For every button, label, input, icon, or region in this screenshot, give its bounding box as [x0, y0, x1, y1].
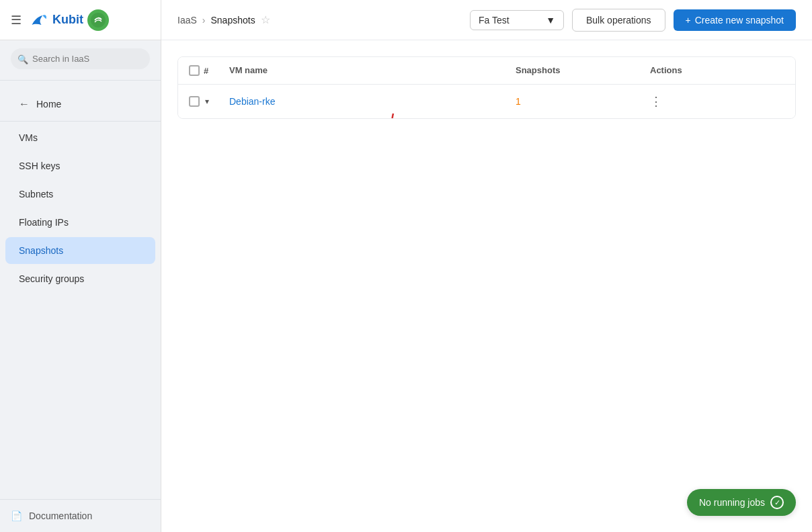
search-input[interactable] — [11, 48, 150, 69]
sidebar-item-vms[interactable]: VMs — [5, 124, 155, 151]
actions-cell: ⋮ — [650, 94, 784, 109]
row-checkbox[interactable] — [189, 96, 200, 107]
sidebar-item-ssh-keys[interactable]: SSH keys — [5, 152, 155, 179]
breadcrumb-current: Snapshots — [210, 15, 255, 26]
header-checkbox-cell: # — [189, 65, 229, 76]
subnets-label: Subnets — [19, 189, 53, 200]
home-label: Home — [36, 99, 61, 109]
sidebar-item-security-groups[interactable]: Security groups — [5, 265, 155, 292]
tenant-name: Fa Test — [479, 15, 510, 26]
snapshots-column-header: Snapshots — [516, 65, 650, 76]
vm-name-link[interactable]: Debian-rke — [229, 96, 275, 107]
search-icon: 🔍 — [17, 54, 28, 64]
favorite-star-icon[interactable]: ☆ — [261, 13, 270, 26]
breadcrumb: IaaS › Snapshots ☆ — [177, 13, 270, 26]
sidebar-bottom: 📄 Documentation — [0, 499, 161, 532]
documentation-link[interactable]: 📄 Documentation — [11, 511, 150, 521]
sidebar-item-snapshots[interactable]: Snapshots — [5, 237, 155, 264]
sidebar-nav: ← Home VMs SSH keys Subnets Floating IPs… — [0, 83, 161, 499]
hamburger-icon[interactable]: ☰ — [11, 13, 22, 28]
content-area: # VM name Snapshots Actions — [161, 40, 812, 532]
vm-name-cell: Debian-rke — [229, 96, 516, 107]
main-area: IaaS › Snapshots ☆ Fa Test ▼ Bulk operat… — [161, 0, 812, 532]
search-area: 🔍 — [0, 40, 161, 77]
ssh-keys-label: SSH keys — [19, 161, 60, 171]
table-body: ▾ Debian-rke 1 ⋮ — [178, 85, 795, 118]
create-snapshot-button[interactable]: + Create new snapshot — [674, 9, 797, 31]
snapshot-count-cell: 1 — [516, 96, 650, 107]
sidebar-item-home[interactable]: ← Home — [5, 90, 155, 118]
actions-column-header: Actions — [650, 65, 784, 76]
home-icon: ← — [19, 98, 30, 110]
row-actions-button[interactable]: ⋮ — [650, 94, 663, 109]
table-row: ▾ Debian-rke 1 ⋮ — [178, 85, 795, 118]
kubit-logo-icon — [30, 11, 48, 30]
row-expand-button[interactable]: ▾ — [204, 95, 210, 107]
topbar: IaaS › Snapshots ☆ Fa Test ▼ Bulk operat… — [161, 0, 812, 40]
sidebar-item-floating-ips[interactable]: Floating IPs — [5, 209, 155, 236]
no-running-jobs-badge[interactable]: No running jobs ✓ — [687, 489, 796, 516]
sidebar: ☰ Kubit 🔍 ← Home — [0, 0, 161, 532]
tenant-dropdown-icon: ▼ — [546, 15, 555, 26]
sidebar-item-subnets[interactable]: Subnets — [5, 181, 155, 208]
breadcrumb-separator: › — [202, 15, 206, 26]
doc-label: Documentation — [29, 511, 92, 521]
hash-column-header: # — [204, 66, 208, 76]
plus-icon: + — [686, 15, 691, 26]
select-all-checkbox[interactable] — [189, 65, 200, 76]
vm-name-column-header: VM name — [229, 65, 516, 76]
sidebar-divider-top — [0, 80, 161, 81]
create-snapshot-label: Create new snapshot — [695, 15, 784, 26]
doc-icon: 📄 — [11, 511, 22, 521]
table-header-row: # VM name Snapshots Actions — [178, 57, 795, 85]
floating-ips-label: Floating IPs — [19, 217, 69, 228]
vms-label: VMs — [19, 132, 38, 143]
tenant-selector[interactable]: Fa Test ▼ — [470, 10, 564, 30]
row-checkbox-cell: ▾ — [189, 95, 229, 107]
sidebar-header: ☰ Kubit — [0, 0, 161, 40]
checkmark-icon: ✓ — [774, 498, 780, 507]
brand-logo-area: Kubit — [30, 9, 109, 31]
check-circle-icon: ✓ — [770, 496, 784, 509]
security-groups-label: Security groups — [19, 273, 84, 284]
sidebar-divider-home — [0, 121, 161, 122]
no-running-jobs-label: No running jobs — [699, 497, 765, 508]
snapshots-label: Snapshots — [19, 245, 63, 256]
topbar-actions: Fa Test ▼ Bulk operations + Create new s… — [470, 9, 796, 32]
secondary-logo — [87, 9, 109, 31]
brand-name: Kubit — [52, 13, 83, 27]
snapshots-table: # VM name Snapshots Actions — [177, 56, 796, 119]
breadcrumb-parent[interactable]: IaaS — [177, 15, 197, 26]
snapshot-count: 1 — [516, 96, 521, 107]
bulk-operations-button[interactable]: Bulk operations — [572, 9, 665, 32]
